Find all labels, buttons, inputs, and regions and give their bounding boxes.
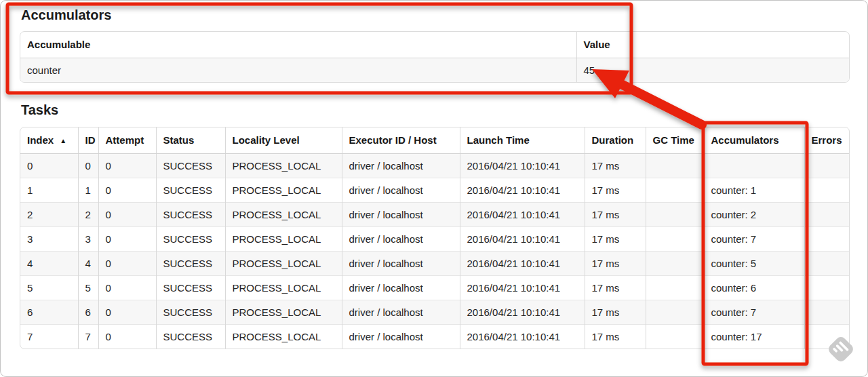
table-cell — [646, 227, 704, 252]
table-cell: PROCESS_LOCAL — [225, 300, 342, 325]
col-header-gc-time[interactable]: GC Time — [646, 127, 704, 154]
col-header-value[interactable]: Value — [576, 32, 850, 58]
table-cell: SUCCESS — [156, 227, 225, 252]
table-cell: driver / localhost — [342, 203, 460, 227]
accumulators-section-title: Accumulators — [21, 7, 111, 23]
table-cell: 2 — [78, 203, 98, 227]
col-header-status[interactable]: Status — [156, 127, 225, 154]
table-cell: 1 — [20, 178, 78, 203]
col-header-accumulable[interactable]: Accumulable — [20, 32, 576, 58]
table-cell: counter: 7 — [704, 300, 804, 325]
feedly-watermark-icon — [825, 334, 856, 365]
table-cell: 2016/04/21 10:10:41 — [460, 276, 585, 300]
col-header-index[interactable]: Index▲ — [20, 127, 78, 154]
table-cell: 17 ms — [585, 203, 646, 227]
table-cell — [704, 154, 804, 178]
table-row: 110SUCCESSPROCESS_LOCALdriver / localhos… — [20, 178, 850, 203]
table-cell: SUCCESS — [156, 276, 225, 300]
table-cell: 0 — [98, 154, 156, 178]
col-header-attempt[interactable]: Attempt — [98, 127, 156, 154]
table-cell: 2016/04/21 10:10:41 — [460, 300, 585, 325]
table-cell — [804, 252, 850, 276]
col-header-locality-level[interactable]: Locality Level — [225, 127, 342, 154]
col-header-accumulators[interactable]: Accumulators — [704, 127, 804, 154]
table-cell: 17 ms — [585, 300, 646, 325]
table-cell: 2016/04/21 10:10:41 — [460, 252, 585, 276]
table-cell: SUCCESS — [156, 300, 225, 325]
table-cell: PROCESS_LOCAL — [225, 276, 342, 300]
table-cell: 3 — [20, 227, 78, 252]
table-header-row: Index▲ ID Attempt Status Locality Level … — [20, 127, 850, 154]
table-cell: PROCESS_LOCAL — [225, 203, 342, 227]
table-cell: 3 — [78, 227, 98, 252]
table-cell — [646, 276, 704, 300]
table-cell: 2016/04/21 10:10:41 — [460, 203, 585, 227]
table-cell: 7 — [78, 325, 98, 349]
annotation-arrow-shaft — [623, 85, 702, 125]
table-cell: 17 ms — [585, 178, 646, 203]
col-header-index-label: Index — [27, 134, 54, 146]
table-cell: SUCCESS — [156, 203, 225, 227]
table-cell: SUCCESS — [156, 325, 225, 349]
table-cell: PROCESS_LOCAL — [225, 252, 342, 276]
table-cell — [804, 227, 850, 252]
table-cell: driver / localhost — [342, 154, 460, 178]
table-row: 440SUCCESSPROCESS_LOCALdriver / localhos… — [20, 252, 850, 276]
table-cell: driver / localhost — [342, 300, 460, 325]
table-cell: 0 — [78, 154, 98, 178]
table-cell: 0 — [98, 300, 156, 325]
col-header-launch-time[interactable]: Launch Time — [460, 127, 585, 154]
spark-ui-page: Accumulators Accumulable Value counter45… — [0, 0, 868, 377]
accumulators-table: Accumulable Value counter45 — [20, 31, 850, 83]
table-cell: 6 — [20, 300, 78, 325]
table-cell: driver / localhost — [342, 227, 460, 252]
table-cell: 0 — [98, 178, 156, 203]
table-cell — [804, 276, 850, 300]
table-cell: counter: 1 — [704, 178, 804, 203]
table-cell: 4 — [78, 252, 98, 276]
col-header-id[interactable]: ID — [78, 127, 98, 154]
table-cell: counter — [20, 58, 576, 83]
table-cell — [646, 325, 704, 349]
table-cell — [804, 154, 850, 178]
col-header-errors[interactable]: Errors — [804, 127, 850, 154]
table-row: 660SUCCESSPROCESS_LOCALdriver / localhos… — [20, 300, 850, 325]
table-cell: counter: 7 — [704, 227, 804, 252]
table-row: 770SUCCESSPROCESS_LOCALdriver / localhos… — [20, 325, 850, 349]
table-cell: PROCESS_LOCAL — [225, 178, 342, 203]
table-cell — [646, 203, 704, 227]
table-cell: 2016/04/21 10:10:41 — [460, 178, 585, 203]
table-cell: driver / localhost — [342, 325, 460, 349]
table-cell: 0 — [20, 154, 78, 178]
table-cell: 6 — [78, 300, 98, 325]
table-cell: counter: 2 — [704, 203, 804, 227]
table-cell: 4 — [20, 252, 78, 276]
table-cell: 7 — [20, 325, 78, 349]
table-cell — [804, 300, 850, 325]
table-cell — [804, 178, 850, 203]
table-cell: driver / localhost — [342, 252, 460, 276]
table-cell: 17 ms — [585, 227, 646, 252]
table-cell: SUCCESS — [156, 178, 225, 203]
table-cell: counter: 5 — [704, 252, 804, 276]
table-cell: 1 — [78, 178, 98, 203]
table-cell: 0 — [98, 203, 156, 227]
table-cell: driver / localhost — [342, 178, 460, 203]
table-cell: 5 — [78, 276, 98, 300]
col-header-duration[interactable]: Duration — [585, 127, 646, 154]
table-cell: 17 ms — [585, 154, 646, 178]
tasks-section-title: Tasks — [21, 102, 58, 118]
table-cell — [804, 203, 850, 227]
table-cell: PROCESS_LOCAL — [225, 325, 342, 349]
table-cell: 0 — [98, 325, 156, 349]
table-cell: 0 — [98, 252, 156, 276]
table-cell: driver / localhost — [342, 276, 460, 300]
table-row: 000SUCCESSPROCESS_LOCALdriver / localhos… — [20, 154, 850, 178]
table-cell: 2016/04/21 10:10:41 — [460, 154, 585, 178]
table-header-row: Accumulable Value — [20, 32, 850, 58]
col-header-executor-id-host[interactable]: Executor ID / Host — [342, 127, 460, 154]
table-row: 220SUCCESSPROCESS_LOCALdriver / localhos… — [20, 203, 850, 227]
table-cell — [646, 154, 704, 178]
table-cell: SUCCESS — [156, 154, 225, 178]
table-cell: 45 — [576, 58, 850, 83]
